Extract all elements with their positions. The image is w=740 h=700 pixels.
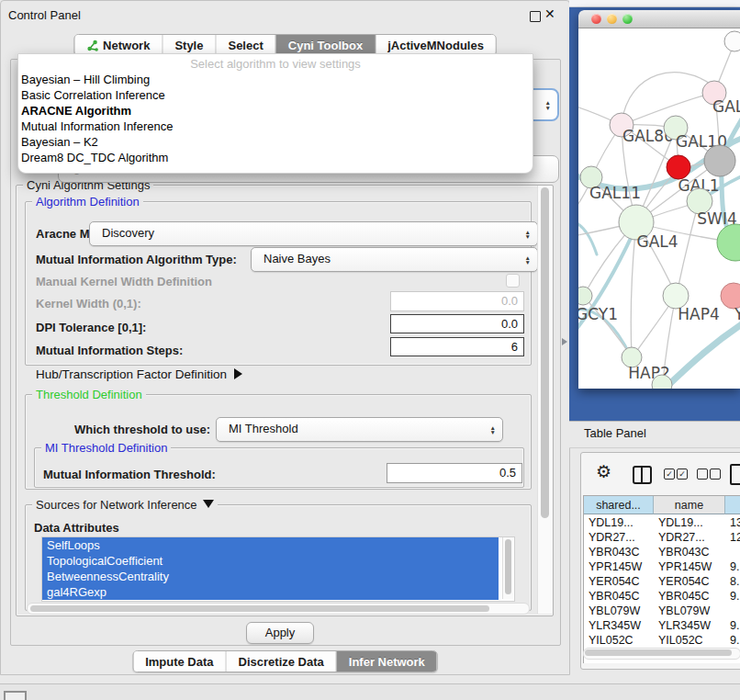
algorithm-option[interactable]: ARACNE Algorithm [18,103,533,119]
table-column-header[interactable]: name [654,496,725,514]
attribute-list-item[interactable]: SelfLoops [42,537,499,553]
tab-select[interactable]: Select [216,35,275,55]
attribute-list-item[interactable]: BetweennessCentrality [42,569,499,584]
algorithm-option[interactable]: Basic Correlation Inference [18,87,533,103]
kernel-width-input[interactable]: 0.0 [390,291,524,311]
mi-algorithm-type-label: Mutual Information Algorithm Type: [36,253,237,266]
table-cell[interactable] [725,604,740,618]
table-cell[interactable]: YBR043C [584,545,654,559]
tab-label: Select [228,39,263,52]
dpi-tolerance-input[interactable]: 0.0 [390,314,524,333]
tab-infer-network[interactable]: Infer Network [337,651,437,672]
attribute-list-item[interactable]: TopologicalCoefficient [42,553,499,569]
hub-definition-toggle[interactable]: Hub/Transcription Factor Definition [36,367,242,381]
splitter-collapse-icon[interactable] [562,338,567,345]
mi-steps-input[interactable]: 6 [390,337,524,356]
table-cell[interactable]: YBR045C [654,589,725,604]
algorithm-option[interactable]: Mutual Information Inference [18,119,533,134]
data-attributes-list[interactable]: SelfLoopsTopologicalCoefficientBetweenne… [41,536,515,602]
table-cell[interactable]: YDR27... [654,530,725,545]
tab-jactivemnodules[interactable]: jActiveMNodules [376,35,496,55]
table-cell[interactable]: 8. [725,574,740,589]
collapse-down-icon [203,500,214,508]
table-cell[interactable]: 9. [725,589,740,604]
table-cell[interactable]: YBL079W [584,604,654,618]
network-window-titlebar[interactable] [578,10,740,28]
table-cell[interactable]: YDR27... [584,530,654,545]
which-threshold-value: MI Threshold [229,422,298,435]
settings-horizontal-scrollbar[interactable] [27,603,530,615]
table-cell[interactable]: YER054C [654,574,725,589]
node-attribute-table[interactable]: shared...nameAYDL19...YDL19...13YDR27...… [583,495,740,663]
table-cell[interactable]: 9. [725,633,740,648]
mi-algorithm-type-combo[interactable]: Naive Bayes ▲▼ [251,247,538,272]
algorithm-option[interactable]: Bayesian – Hill Climbing [18,72,533,87]
table-cell[interactable]: YIL052C [654,633,725,648]
column-selector-icon[interactable] [633,466,652,484]
float-window-icon[interactable] [530,11,541,22]
attribute-list-scrollbar[interactable] [502,537,513,599]
table-cell[interactable]: YDL19... [584,515,654,530]
network-node[interactable] [704,145,735,176]
algorithm-option[interactable]: Dream8 DC_TDC Algorithm [18,150,533,165]
table-cell[interactable] [725,545,740,559]
combo-stepper-icon: ▲▼ [525,229,531,239]
tab-discretize-data[interactable]: Discretize Data [227,651,337,672]
new-table-doc-icon[interactable] [730,464,740,485]
network-view-window: GALGAL80GAL10GAL1GAL11SWI4GAL4GCY1HAP4YH… [578,10,740,389]
sources-legend[interactable]: Sources for Network Inference [32,498,218,512]
algorithm-option[interactable]: Bayesian – K2 [18,134,533,150]
minimize-traffic-icon[interactable] [607,14,617,24]
select-all-check-icon[interactable]: ✓ [664,469,675,480]
tab-label: Style [174,39,203,52]
tab-network[interactable]: Network [74,35,163,55]
node-label: HAP4 [678,305,719,323]
zoom-traffic-icon[interactable] [622,14,633,24]
network-graph: GALGAL80GAL10GAL1GAL11SWI4GAL4GCY1HAP4YH… [578,28,740,389]
network-canvas[interactable]: GALGAL80GAL10GAL1GAL11SWI4GAL4GCY1HAP4YH… [578,28,740,389]
table-cell[interactable]: YPR145W [584,559,654,574]
control-panel-title: Control Panel [8,8,81,22]
tab-impute-data[interactable]: Impute Data [133,651,226,672]
tab-style[interactable]: Style [163,35,216,55]
tab-cyni-toolbox[interactable]: Cyni Toolbox [276,35,376,55]
kernel-width-label: Kernel Width (0,1): [36,297,141,310]
network-icon [86,40,98,51]
manual-kernel-width-checkbox[interactable] [506,274,520,288]
table-cell[interactable]: 9. [725,618,740,633]
node-label: GCY1 [578,305,618,323]
network-nodes: GALGAL80GAL10GAL1GAL11SWI4GAL4GCY1HAP4YH… [578,31,740,389]
apply-button[interactable]: Apply [246,622,314,644]
aracne-mode-combo[interactable]: Discovery ▲▼ [89,221,538,246]
table-cell[interactable]: YLR345W [654,618,725,633]
close-icon[interactable]: ✕ [544,6,555,21]
table-cell[interactable]: YBR043C [654,545,725,559]
table-settings-gear-icon[interactable]: ⚙ [596,461,611,482]
deselect-all-icon[interactable] [710,469,721,480]
table-column-header[interactable]: shared... [584,496,654,514]
settings-vertical-scrollbar[interactable] [537,186,552,614]
attribute-list-item[interactable]: gal4RGexp [42,584,499,600]
algorithm-dropdown-overlay: Select algorithm to view settings Bayesi… [17,53,533,174]
table-cell[interactable]: YBR045C [584,589,654,604]
table-cell[interactable]: 9. [725,559,740,574]
algorithm-definition-legend: Algorithm Definition [32,195,143,209]
network-node-gcy1[interactable] [578,287,592,305]
table-cell[interactable]: YPR145W [654,559,725,574]
table-cell[interactable]: YIL052C [584,633,654,648]
table-column-header[interactable]: A [725,496,740,514]
table-cell[interactable]: YLR345W [584,618,654,633]
mi-threshold-input[interactable]: 0.5 [387,463,522,483]
select-all-check-icon[interactable]: ✓ [677,469,688,480]
table-cell[interactable]: 13 [725,515,740,530]
close-traffic-icon[interactable] [591,14,601,24]
table-cell[interactable]: 12 [725,530,740,545]
table-cell[interactable]: YBL079W [654,604,725,618]
which-threshold-combo[interactable]: MI Threshold ▲▼ [216,417,503,442]
mi-threshold-definition-legend: MI Threshold Definition [41,441,171,455]
table-cell[interactable]: YER054C [584,574,654,589]
deselect-all-icon[interactable] [697,469,708,480]
network-node[interactable] [717,224,740,261]
table-cell[interactable]: YDL19... [654,515,725,530]
network-node[interactable] [724,31,740,51]
